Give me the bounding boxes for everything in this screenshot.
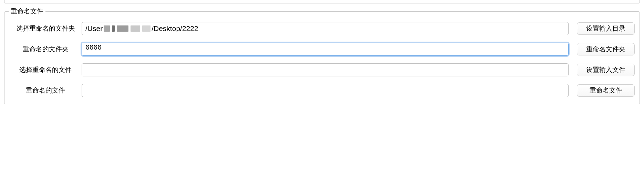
rename-folder-input-value: 6666 [85, 43, 102, 51]
redacted-segment [112, 25, 115, 32]
select-folder-row: 选择重命名的文件夹 /User /Desktop/2222 设置输入目录 [9, 22, 635, 35]
redacted-segment [104, 25, 110, 32]
select-file-input[interactable] [82, 63, 569, 76]
path-prefix: /User [85, 24, 103, 33]
rename-folder-input[interactable]: 6666 [82, 43, 569, 56]
rename-folder-row: 重命名的文件夹 6666 重命名文件夹 [9, 43, 635, 56]
rename-folder-button[interactable]: 重命名文件夹 [577, 43, 635, 55]
redacted-segment [131, 25, 140, 32]
set-input-file-button[interactable]: 设置输入文件 [577, 64, 635, 76]
set-input-folder-button[interactable]: 设置输入目录 [577, 22, 635, 35]
rename-folder-label: 重命名的文件夹 [9, 45, 82, 54]
text-caret-icon [102, 44, 102, 51]
select-folder-path-display[interactable]: /User /Desktop/2222 [82, 22, 569, 35]
redacted-segment [117, 25, 128, 32]
redacted-segment [142, 25, 150, 32]
rename-file-group: 重命名文件 选择重命名的文件夹 /User /Desktop/2222 设置输入… [4, 7, 640, 104]
select-file-label: 选择重命名的文件 [9, 65, 82, 74]
rename-file-label: 重命名的文件 [9, 86, 82, 95]
rename-file-button[interactable]: 重命名文件 [577, 84, 635, 97]
rename-file-row: 重命名的文件 重命名文件 [9, 84, 635, 97]
select-file-row: 选择重命名的文件 设置输入文件 [9, 63, 635, 76]
path-suffix: /Desktop/2222 [152, 24, 198, 33]
select-folder-label: 选择重命名的文件夹 [9, 24, 82, 33]
rename-file-input[interactable] [82, 84, 569, 97]
previous-group-bottom-edge [4, 0, 640, 3]
group-legend: 重命名文件 [9, 7, 45, 16]
